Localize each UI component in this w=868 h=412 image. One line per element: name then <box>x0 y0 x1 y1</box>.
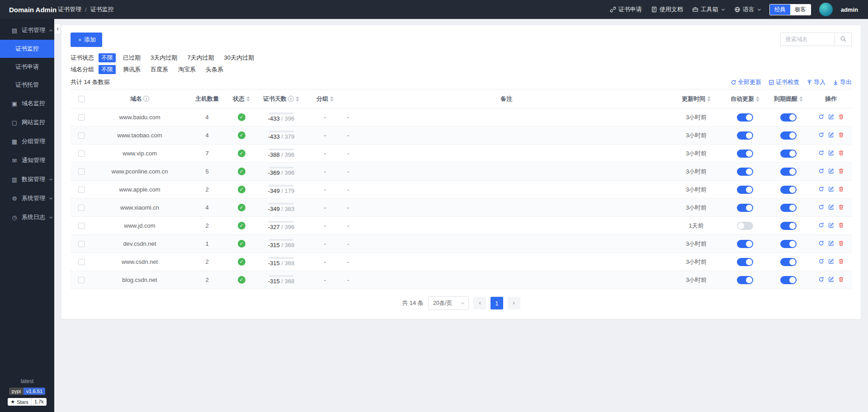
sort-caret[interactable] <box>756 96 760 102</box>
expire-notify-toggle[interactable] <box>780 168 797 176</box>
auto-update-toggle[interactable] <box>737 113 753 122</box>
select-all-checkbox[interactable] <box>78 96 85 102</box>
sidebar-item-system-manage[interactable]: ⚙系统管理 <box>0 189 54 208</box>
row-refresh-icon[interactable] <box>818 240 824 246</box>
auto-update-toggle[interactable] <box>737 222 753 230</box>
filter-option[interactable]: 腾讯系 <box>120 65 143 74</box>
row-edit-icon[interactable] <box>828 186 834 192</box>
sidebar-item-group-manage[interactable]: ▦分组管理 <box>0 132 54 151</box>
sort-caret[interactable] <box>246 96 250 102</box>
auto-update-toggle[interactable] <box>737 240 753 248</box>
sidebar-item-data-manage[interactable]: ▥数据管理 <box>0 170 54 189</box>
sidebar-subitem-cert-host[interactable]: 证书托管 <box>0 76 54 94</box>
topbar-link-docs[interactable]: 使用文档 <box>651 5 683 14</box>
row-delete-icon[interactable] <box>838 204 844 210</box>
row-checkbox[interactable] <box>78 223 85 229</box>
page-size-select[interactable]: 20条/页 <box>428 296 469 310</box>
row-delete-icon[interactable] <box>838 222 844 228</box>
add-button[interactable]: ＋添加 <box>71 33 102 47</box>
avatar[interactable] <box>819 3 833 16</box>
row-delete-icon[interactable] <box>838 276 844 282</box>
topbar-link-language[interactable]: 语言 <box>734 5 761 14</box>
search-button[interactable] <box>835 33 852 46</box>
row-checkbox[interactable] <box>78 259 85 265</box>
row-refresh-icon[interactable] <box>818 168 824 174</box>
row-delete-icon[interactable] <box>838 132 844 138</box>
row-refresh-icon[interactable] <box>818 258 824 264</box>
expire-notify-toggle[interactable] <box>780 258 797 266</box>
sidebar-subitem-cert-monitor[interactable]: 证书监控 <box>0 40 54 58</box>
auto-update-toggle[interactable] <box>737 204 753 212</box>
row-edit-icon[interactable] <box>828 276 834 282</box>
sidebar-item-domain-monitor[interactable]: ▣域名监控 <box>0 94 54 113</box>
row-checkbox[interactable] <box>78 132 85 139</box>
sidebar-subitem-cert-apply[interactable]: 证书申请 <box>0 58 54 76</box>
auto-update-toggle[interactable] <box>737 131 753 140</box>
row-delete-icon[interactable] <box>838 240 844 246</box>
sort-caret[interactable] <box>330 96 334 102</box>
prev-page-button[interactable] <box>473 297 486 309</box>
row-checkbox[interactable] <box>78 114 85 121</box>
sort-caret[interactable] <box>707 96 711 102</box>
sidebar-collapse-handle[interactable] <box>54 23 61 34</box>
filter-option[interactable]: 不限 <box>99 65 116 74</box>
row-edit-icon[interactable] <box>828 222 834 228</box>
filter-option[interactable]: 30天内过期 <box>221 53 256 62</box>
row-edit-icon[interactable] <box>828 240 834 246</box>
auto-update-toggle[interactable] <box>737 186 753 194</box>
import-link[interactable]: 导入 <box>807 78 826 86</box>
row-delete-icon[interactable] <box>838 258 844 264</box>
filter-option[interactable]: 头条系 <box>203 65 226 74</box>
filter-option[interactable]: 百度系 <box>148 65 171 74</box>
row-checkbox[interactable] <box>78 277 85 283</box>
expire-notify-toggle[interactable] <box>780 276 797 284</box>
topbar-link-cert-apply[interactable]: 证书申请 <box>610 5 642 14</box>
auto-update-toggle[interactable] <box>737 150 753 158</box>
sort-caret[interactable] <box>296 96 299 102</box>
expire-notify-toggle[interactable] <box>780 222 797 230</box>
auto-update-toggle[interactable] <box>737 258 753 266</box>
sort-caret[interactable] <box>799 96 803 102</box>
cert-check-link[interactable]: 证书检查 <box>769 78 799 86</box>
expire-notify-toggle[interactable] <box>780 150 797 158</box>
row-refresh-icon[interactable] <box>818 222 824 228</box>
next-page-button[interactable] <box>508 297 520 309</box>
row-delete-icon[interactable] <box>838 114 844 120</box>
row-checkbox[interactable] <box>78 169 85 175</box>
row-edit-icon[interactable] <box>828 114 834 120</box>
search-input[interactable] <box>780 33 835 46</box>
row-refresh-icon[interactable] <box>818 114 824 120</box>
row-checkbox[interactable] <box>78 205 85 211</box>
row-delete-icon[interactable] <box>838 150 844 156</box>
filter-option[interactable]: 已过期 <box>120 53 143 62</box>
row-refresh-icon[interactable] <box>818 276 824 282</box>
row-refresh-icon[interactable] <box>818 186 824 192</box>
row-delete-icon[interactable] <box>838 168 844 174</box>
row-checkbox[interactable] <box>78 187 85 193</box>
theme-classic-button[interactable]: 经典 <box>770 5 790 15</box>
auto-update-toggle[interactable] <box>737 168 753 176</box>
topbar-link-toolbox[interactable]: 工具箱 <box>692 5 725 14</box>
row-edit-icon[interactable] <box>828 150 834 156</box>
expire-notify-toggle[interactable] <box>780 131 797 140</box>
page-number-current[interactable]: 1 <box>491 297 503 309</box>
row-refresh-icon[interactable] <box>818 204 824 210</box>
sidebar-item-site-monitor[interactable]: ▢网站监控 <box>0 113 54 132</box>
row-refresh-icon[interactable] <box>818 132 824 138</box>
github-stars-badge[interactable]: ★Stars1.7k <box>8 398 46 406</box>
row-delete-icon[interactable] <box>838 186 844 192</box>
expire-notify-toggle[interactable] <box>780 204 797 212</box>
export-link[interactable]: 导出 <box>833 78 852 86</box>
row-edit-icon[interactable] <box>828 204 834 210</box>
auto-update-toggle[interactable] <box>737 276 753 284</box>
row-edit-icon[interactable] <box>828 168 834 174</box>
row-checkbox[interactable] <box>78 150 85 157</box>
row-checkbox[interactable] <box>78 241 85 247</box>
filter-option[interactable]: 7天内过期 <box>184 53 217 62</box>
expire-notify-toggle[interactable] <box>780 240 797 248</box>
filter-option[interactable]: 3天内过期 <box>148 53 180 62</box>
breadcrumb-parent[interactable]: 证书管理 <box>58 5 81 14</box>
pypi-badge[interactable]: pypiv1.6.51 <box>9 388 45 395</box>
sidebar-item-cert-manage[interactable]: ▤证书管理 <box>0 21 54 40</box>
expire-notify-toggle[interactable] <box>780 113 797 122</box>
